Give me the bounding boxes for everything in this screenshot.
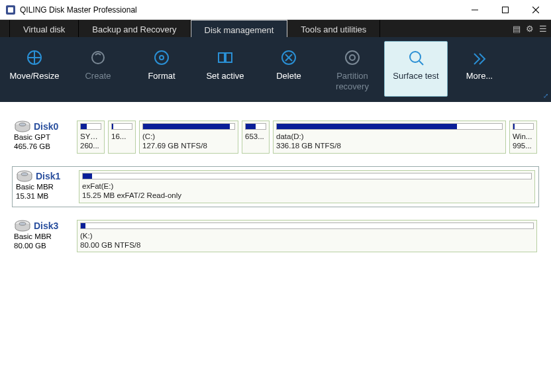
format-icon <box>152 48 171 67</box>
window-title: QILING Disk Master Professional <box>20 5 137 15</box>
tool-label: Partition recovery <box>336 71 369 91</box>
tool-delete[interactable]: Delete <box>257 41 321 97</box>
usage-bar <box>245 123 266 130</box>
partition-recovery-icon <box>343 48 362 67</box>
partition[interactable]: data(D:)336.18 GB NTFS/8 <box>273 121 506 154</box>
svg-point-16 <box>350 55 355 60</box>
partition-size: 653... <box>245 132 266 141</box>
disk-header[interactable]: Disk0Basic GPT465.76 GB <box>14 121 77 154</box>
usage-bar <box>80 123 101 130</box>
partition-label: Win... <box>513 132 534 141</box>
surface-test-icon <box>407 48 425 67</box>
usage-bar <box>111 123 132 130</box>
partition-size: 15.25 MB exFAT/2 Read-only <box>82 191 532 200</box>
tool-move-resize[interactable]: Move/Resize <box>3 41 66 97</box>
disk-icon <box>14 220 31 232</box>
partition-container: SYS...260...16...(C:)127.69 GB NTFS/8653… <box>77 121 537 154</box>
close-button[interactable] <box>521 0 551 20</box>
tool-label: Create <box>85 71 111 81</box>
usage-bar <box>82 173 532 179</box>
svg-point-17 <box>410 52 421 62</box>
disk-list: Disk0Basic GPT465.76 GBSYS...260...16...… <box>0 102 551 254</box>
create-icon <box>89 48 107 67</box>
svg-rect-10 <box>219 53 225 62</box>
usage-bar <box>513 123 534 130</box>
disk-size: 465.76 GB <box>14 142 77 151</box>
partition[interactable]: (K:)80.00 GB NTFS/8 <box>77 220 537 253</box>
tab-backup-recovery[interactable]: Backup and Recovery <box>79 20 190 37</box>
partition[interactable]: SYS...260... <box>77 121 105 154</box>
disk-name: Disk1 <box>36 171 60 181</box>
partition-label: (K:) <box>80 231 534 240</box>
disk-name: Disk0 <box>34 121 58 132</box>
usage-bar <box>142 123 235 130</box>
svg-point-24 <box>19 222 26 224</box>
svg-point-15 <box>346 51 359 64</box>
usage-bar <box>276 123 503 130</box>
disk-type: Basic GPT <box>14 132 77 142</box>
tab-disk-management[interactable]: Disk management <box>191 20 288 37</box>
partition[interactable]: 16... <box>108 121 136 154</box>
tool-label: Format <box>148 71 175 81</box>
svg-point-20 <box>19 123 26 126</box>
partition-container: exFat(E:)15.25 MB exFAT/2 Read-only <box>79 170 535 203</box>
partition-size: 16... <box>111 132 132 141</box>
svg-point-9 <box>160 56 164 60</box>
partition-label: (C:) <box>142 132 235 141</box>
svg-line-18 <box>419 61 423 65</box>
minimize-button[interactable] <box>460 0 490 20</box>
disk-icon <box>16 170 33 182</box>
svg-rect-3 <box>503 7 509 13</box>
disk-row: Disk3Basic MBR80.00 GB(K:)80.00 GB NTFS/… <box>12 218 539 255</box>
partition-label: exFat(E:) <box>82 181 532 191</box>
expand-icon[interactable]: ⤢ <box>543 92 548 99</box>
disk-type: Basic MBR <box>14 232 77 241</box>
tool-surface-test[interactable]: Surface test <box>384 41 448 97</box>
partition-size: 260... <box>80 141 101 150</box>
svg-point-8 <box>155 51 168 64</box>
delete-icon <box>279 48 298 67</box>
tool-partition-recovery: Partition recovery <box>321 41 384 97</box>
disk-row: Disk1Basic MBR15.31 MBexFat(E:)15.25 MB … <box>12 166 539 207</box>
partition-size: 995... <box>513 141 534 150</box>
disk-header[interactable]: Disk3Basic MBR80.00 GB <box>14 220 77 253</box>
disk-row: Disk0Basic GPT465.76 GBSYS...260...16...… <box>12 119 539 156</box>
tool-label: Surface test <box>393 71 438 81</box>
tool-create: Create <box>66 41 130 97</box>
move-resize-icon <box>25 48 44 67</box>
disk-size: 15.31 MB <box>16 191 79 201</box>
partition[interactable]: exFat(E:)15.25 MB exFAT/2 Read-only <box>79 170 535 203</box>
partition-label: data(D:) <box>276 132 503 141</box>
tool-label: More... <box>466 71 493 81</box>
partition[interactable]: Win...995... <box>509 121 537 154</box>
disk-header[interactable]: Disk1Basic MBR15.31 MB <box>16 170 79 203</box>
partition[interactable]: (C:)127.69 GB NTFS/8 <box>139 121 238 154</box>
disk-type: Basic MBR <box>16 182 79 191</box>
partition-size: 336.18 GB NTFS/8 <box>276 141 503 150</box>
partition-size: 80.00 GB NTFS/8 <box>80 240 534 250</box>
tab-virtual-disk[interactable]: Virtual disk <box>9 20 79 37</box>
usage-bar <box>80 222 534 229</box>
tool-set-active[interactable]: Set active <box>193 41 257 97</box>
partition-label: SYS... <box>80 132 101 141</box>
panel-icon[interactable]: ▤ <box>513 24 521 34</box>
tool-label: Move/Resize <box>9 71 59 81</box>
partition-container: (K:)80.00 GB NTFS/8 <box>77 220 537 253</box>
tool-more[interactable]: More... <box>448 41 511 97</box>
menu-icon[interactable]: ☰ <box>539 24 547 34</box>
partition[interactable]: 653... <box>242 121 270 154</box>
tool-format[interactable]: Format <box>130 41 193 97</box>
tool-label: Delete <box>276 71 301 81</box>
tab-tools-utilities[interactable]: Tools and utilities <box>287 20 380 37</box>
toolbar: Move/ResizeCreateFormatSet activeDeleteP… <box>0 37 551 102</box>
disk-size: 80.00 GB <box>14 241 77 250</box>
disk-icon <box>14 121 31 132</box>
titlebar: QILING Disk Master Professional <box>0 0 551 20</box>
partition-size: 127.69 GB NTFS/8 <box>142 141 235 150</box>
maximize-button[interactable] <box>490 0 521 20</box>
settings-icon[interactable]: ⚙ <box>526 24 534 34</box>
svg-rect-11 <box>226 53 232 62</box>
tab-strip: Virtual disk Backup and Recovery Disk ma… <box>0 20 551 37</box>
app-logo-icon <box>5 5 16 15</box>
more-icon <box>470 48 489 67</box>
